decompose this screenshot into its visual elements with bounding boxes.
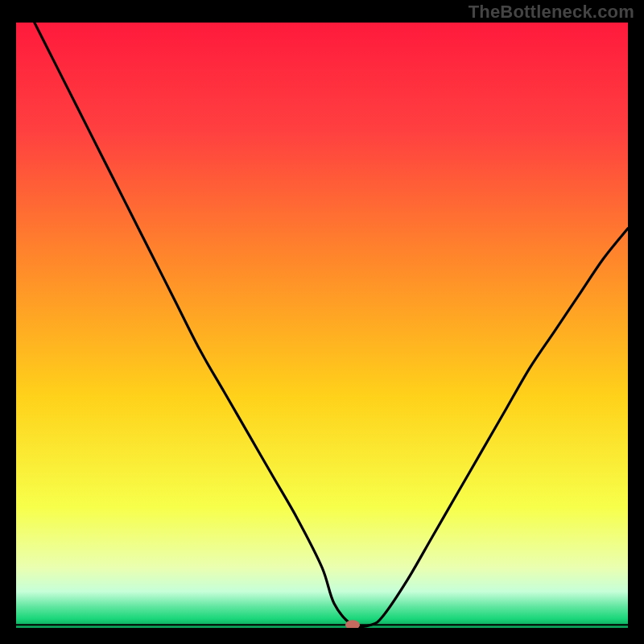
gradient-background: [16, 23, 628, 628]
chart-plot-area: [16, 23, 628, 628]
watermark-text: TheBottleneck.com: [469, 2, 634, 23]
chart-svg: [16, 23, 628, 628]
chart-frame: TheBottleneck.com: [0, 0, 644, 644]
